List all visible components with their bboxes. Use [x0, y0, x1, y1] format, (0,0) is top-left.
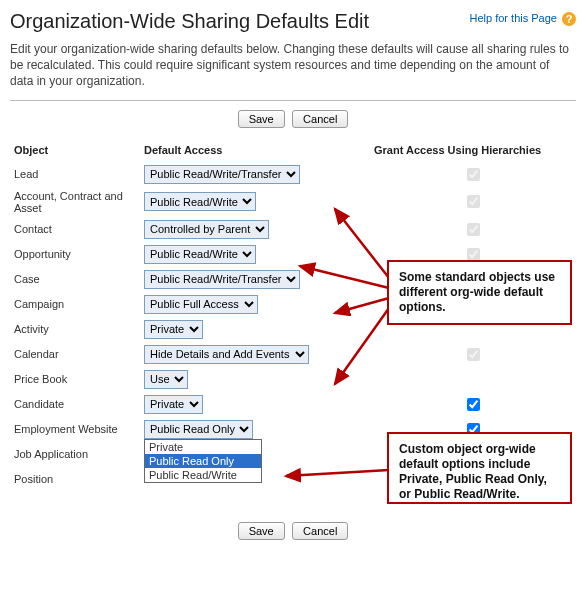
access-cell: Controlled by Parent — [140, 217, 370, 242]
object-label: Opportunity — [10, 242, 140, 267]
default-access-select[interactable]: Controlled by Parent — [144, 220, 269, 239]
grant-cell — [370, 162, 576, 187]
access-cell: Private — [140, 392, 370, 417]
grant-cell — [370, 342, 576, 367]
object-label: Employment Website — [10, 417, 140, 442]
table-row: Price BookUse — [10, 367, 576, 392]
access-cell: Hide Details and Add Events — [140, 342, 370, 367]
table-row: LeadPublic Read/Write/Transfer — [10, 162, 576, 187]
default-access-select[interactable]: Use — [144, 370, 188, 389]
table-row: CalendarHide Details and Add Events — [10, 342, 576, 367]
grant-hierarchy-checkbox[interactable] — [467, 398, 480, 411]
divider — [10, 100, 576, 102]
header-object: Object — [10, 140, 140, 162]
default-access-select[interactable]: Hide Details and Add Events — [144, 345, 309, 364]
access-cell: Public Full Access — [140, 292, 370, 317]
bottom-button-row: Save Cancel — [10, 522, 576, 540]
object-label: Job Application — [10, 442, 140, 467]
default-access-select[interactable]: Public Read/Write/Transfer — [144, 270, 300, 289]
object-label: Case — [10, 267, 140, 292]
grant-hierarchy-checkbox — [467, 168, 480, 181]
object-label: Account, Contract and Asset — [10, 187, 140, 217]
grant-cell — [370, 217, 576, 242]
access-cell: Public Read/Write — [140, 187, 370, 217]
callout-standard-objects: Some standard objects use different org-… — [387, 260, 572, 325]
object-label: Price Book — [10, 367, 140, 392]
help-icon: ? — [562, 12, 576, 26]
object-label: Contact — [10, 217, 140, 242]
default-access-select[interactable]: Public Full Access — [144, 295, 258, 314]
header-default-access: Default Access — [140, 140, 370, 162]
grant-hierarchy-checkbox — [467, 248, 480, 261]
help-link[interactable]: Help for this Page ? — [470, 12, 577, 26]
access-cell: Public Read OnlyPrivatePublic Read OnlyP… — [140, 417, 370, 442]
dropdown-option[interactable]: Public Read Only — [145, 454, 261, 468]
default-access-select[interactable]: Private — [144, 395, 203, 414]
table-row: CandidatePrivate — [10, 392, 576, 417]
grant-cell — [370, 392, 576, 417]
grant-cell — [370, 367, 576, 392]
callout-custom-objects: Custom object org-wide default options i… — [387, 432, 572, 504]
dropdown-option[interactable]: Private — [145, 440, 261, 454]
default-access-select[interactable]: Private — [144, 320, 203, 339]
intro-text: Edit your organization-wide sharing defa… — [10, 41, 576, 90]
save-button[interactable]: Save — [238, 110, 285, 128]
access-cell: Public Read/Write/Transfer — [140, 267, 370, 292]
save-button-bottom[interactable]: Save — [238, 522, 285, 540]
access-cell: Public Read/Write — [140, 242, 370, 267]
object-label: Activity — [10, 317, 140, 342]
access-cell: Private — [140, 317, 370, 342]
table-row: Account, Contract and AssetPublic Read/W… — [10, 187, 576, 217]
object-label: Candidate — [10, 392, 140, 417]
help-link-text: Help for this Page — [470, 12, 557, 24]
dropdown-option[interactable]: Public Read/Write — [145, 468, 261, 482]
object-label: Lead — [10, 162, 140, 187]
grant-hierarchy-checkbox — [467, 195, 480, 208]
cancel-button[interactable]: Cancel — [292, 110, 348, 128]
default-access-select[interactable]: Public Read/Write/Transfer — [144, 165, 300, 184]
header-grant: Grant Access Using Hierarchies — [370, 140, 576, 162]
access-cell: Use — [140, 367, 370, 392]
default-access-select[interactable]: Public Read/Write — [144, 192, 256, 211]
grant-hierarchy-checkbox — [467, 348, 480, 361]
grant-cell — [370, 187, 576, 217]
access-cell: Public Read/Write/Transfer — [140, 162, 370, 187]
object-label: Position — [10, 467, 140, 492]
object-label: Campaign — [10, 292, 140, 317]
default-access-select[interactable]: Public Read/Write — [144, 245, 256, 264]
access-dropdown-open[interactable]: PrivatePublic Read OnlyPublic Read/Write — [144, 439, 262, 483]
object-label: Calendar — [10, 342, 140, 367]
top-button-row: Save Cancel — [10, 110, 576, 128]
grant-hierarchy-checkbox — [467, 223, 480, 236]
table-row: ContactControlled by Parent — [10, 217, 576, 242]
cancel-button-bottom[interactable]: Cancel — [292, 522, 348, 540]
default-access-select[interactable]: Public Read Only — [144, 420, 253, 439]
